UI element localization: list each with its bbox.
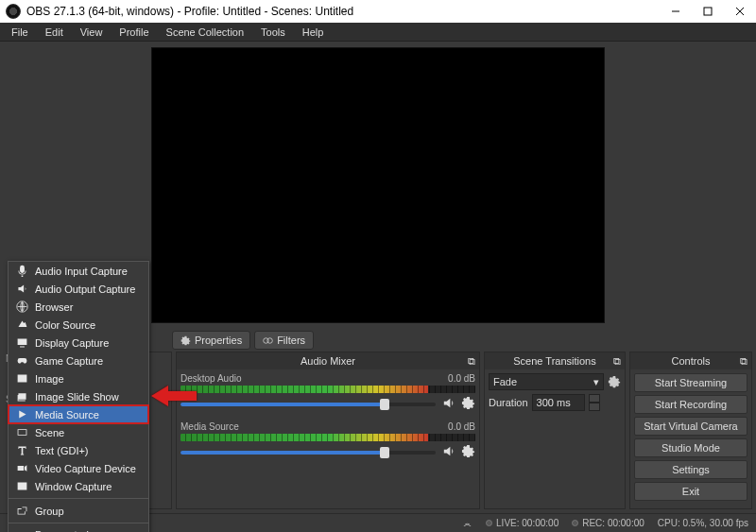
browser-icon	[16, 300, 28, 313]
channel-name: Media Source	[180, 421, 239, 432]
menu-item-audio-input-capture[interactable]: Audio Input Capture	[9, 262, 148, 280]
properties-button[interactable]: Properties	[172, 331, 250, 350]
obs-logo-icon	[6, 4, 21, 19]
settings-button[interactable]: Settings	[634, 460, 747, 479]
preview-canvas[interactable]	[151, 47, 605, 323]
audio-mixer-dock: Audio Mixer⧉ Desktop Audio0.0 dBMedia So…	[176, 352, 480, 509]
start-recording-button[interactable]: Start Recording	[634, 395, 747, 414]
close-button[interactable]	[724, 0, 756, 23]
signal-icon	[462, 518, 472, 528]
popout-icon[interactable]: ⧉	[468, 355, 475, 368]
mixer-channel: Desktop Audio0.0 dB	[180, 373, 475, 412]
filters-icon	[263, 335, 273, 346]
menu-item-image[interactable]: Image	[9, 369, 148, 387]
menu-item-display-capture[interactable]: Display Capture	[9, 334, 148, 352]
menu-item-window-capture[interactable]: Window Capture	[9, 477, 148, 495]
menu-file[interactable]: File	[4, 25, 36, 40]
level-meter	[180, 386, 475, 393]
add-source-menu: Audio Input CaptureAudio Output CaptureB…	[8, 261, 149, 532]
volume-slider[interactable]	[180, 451, 436, 455]
menu-tools[interactable]: Tools	[253, 25, 293, 40]
svg-point-5	[267, 337, 273, 343]
menu-item-color-source[interactable]: Color Source	[9, 316, 148, 334]
start-virtual-camera-button[interactable]: Start Virtual Camera	[634, 417, 747, 436]
volume-slider[interactable]	[180, 403, 436, 406]
menu-item-group[interactable]: Group	[9, 502, 148, 520]
menu-item-browser[interactable]: Browser	[9, 298, 148, 316]
menu-item-deprecated[interactable]: Deprecated▸	[9, 526, 148, 532]
level-meter	[180, 434, 475, 441]
spin-down[interactable]	[589, 403, 600, 411]
display-capture-icon	[16, 336, 28, 349]
svg-marker-6	[151, 386, 197, 406]
menu-item-game-capture[interactable]: Game Capture	[9, 352, 148, 369]
dock-title: Controls	[672, 355, 711, 367]
color-source-icon	[16, 318, 28, 331]
duration-label: Duration	[489, 397, 528, 408]
audio-input-capture-icon	[16, 265, 28, 277]
titlebar: OBS 27.1.3 (64-bit, windows) - Profile: …	[0, 0, 756, 23]
menu-item-media-source[interactable]: Media Source	[9, 405, 148, 423]
filters-button[interactable]: Filters	[254, 331, 314, 350]
gear-icon	[180, 335, 191, 346]
dock-title: Audio Mixer	[301, 355, 355, 367]
menu-item-scene[interactable]: Scene	[9, 423, 148, 441]
scene-icon	[16, 426, 28, 438]
status-live: LIVE: 00:00:00	[496, 518, 558, 528]
chevron-down-icon: ▾	[593, 376, 599, 388]
menu-scene-collection[interactable]: Scene Collection	[159, 25, 252, 40]
spin-up[interactable]	[589, 394, 600, 403]
image-slide-show-icon	[16, 390, 28, 403]
rec-dot-icon	[572, 520, 578, 526]
maximize-button[interactable]	[692, 0, 724, 23]
exit-button[interactable]: Exit	[634, 482, 747, 501]
game-capture-icon	[16, 354, 28, 367]
dock-title: Scene Transitions	[513, 355, 595, 367]
channel-db: 0.0 dB	[448, 421, 475, 432]
video-capture-device-icon	[16, 462, 28, 474]
menu-profile[interactable]: Profile	[112, 25, 156, 40]
menu-item-audio-output-capture[interactable]: Audio Output Capture	[9, 280, 148, 298]
menu-edit[interactable]: Edit	[38, 25, 71, 40]
gear-icon[interactable]	[461, 444, 475, 460]
minimize-button[interactable]	[660, 0, 692, 23]
gear-icon[interactable]	[461, 396, 475, 412]
menubar: File Edit View Profile Scene Collection …	[0, 23, 756, 42]
status-cpu: CPU: 0.5%, 30.00 fps	[658, 518, 748, 528]
window-title: OBS 27.1.3 (64-bit, windows) - Profile: …	[26, 5, 660, 18]
mixer-channel: Media Source0.0 dB	[180, 421, 475, 460]
transition-select[interactable]: Fade ▾	[489, 373, 604, 390]
menu-item-image-slide-show[interactable]: Image Slide Show	[9, 387, 148, 405]
duration-input[interactable]: 300 ms	[532, 394, 585, 411]
gear-icon[interactable]	[608, 375, 621, 388]
status-rec: REC: 00:00:00	[582, 518, 644, 528]
svg-rect-1	[704, 8, 712, 15]
controls-dock: Controls⧉ Start StreamingStart Recording…	[629, 352, 752, 509]
text-gdi--icon	[16, 444, 28, 456]
annotation-arrow	[151, 384, 197, 410]
menu-item-video-capture-device[interactable]: Video Capture Device	[9, 459, 148, 477]
media-source-icon	[16, 408, 28, 420]
channel-db: 0.0 dB	[448, 373, 475, 384]
popout-icon[interactable]: ⧉	[613, 355, 621, 368]
speaker-icon[interactable]	[441, 444, 455, 460]
image-icon	[16, 372, 28, 385]
menu-view[interactable]: View	[73, 25, 111, 40]
menu-help[interactable]: Help	[295, 25, 332, 40]
live-dot-icon	[486, 520, 492, 526]
popout-icon[interactable]: ⧉	[740, 355, 747, 368]
studio-mode-button[interactable]: Studio Mode	[634, 438, 747, 457]
window-capture-icon	[16, 480, 28, 492]
group-icon	[16, 505, 28, 517]
channel-name: Desktop Audio	[180, 373, 242, 384]
audio-output-capture-icon	[16, 283, 28, 295]
speaker-icon[interactable]	[441, 396, 455, 412]
menu-item-text-gdi-[interactable]: Text (GDI+)	[9, 441, 148, 459]
transitions-dock: Scene Transitions⧉ Fade ▾ Duration 300 m…	[484, 352, 626, 509]
start-streaming-button[interactable]: Start Streaming	[634, 373, 747, 392]
